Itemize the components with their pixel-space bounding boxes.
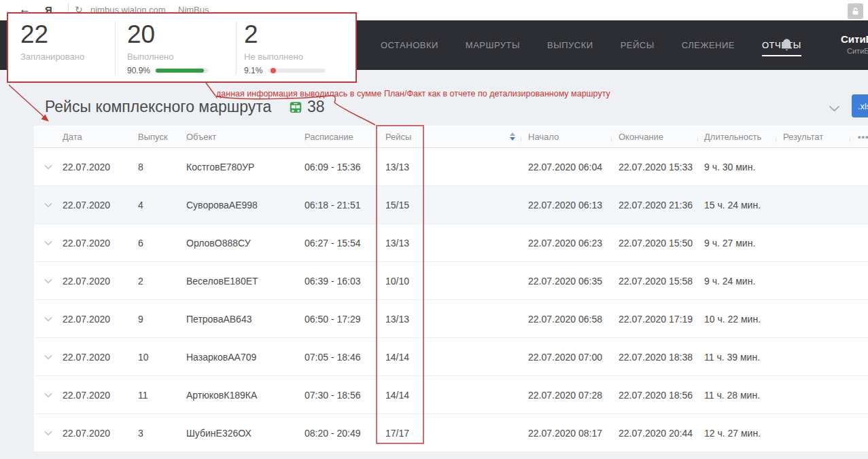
cell-start: 22.07.2020 06:04 [521,162,611,172]
row-expand-cell [34,202,63,208]
cell-schedule: 07:30 - 18:56 [305,390,377,401]
cell-duration: 11 ч. 39 мин. [697,352,776,363]
nav-item[interactable]: СЛЕЖЕНИЕ [682,40,735,50]
table-row[interactable]: 22.07.2020 10 НазарковАА709 07:05 - 18:4… [34,338,868,376]
nav-item[interactable]: ОСТАНОВКИ [381,40,438,50]
table-row[interactable]: 22.07.2020 2 ВеселовЕ180ЕТ 06:39 - 16:03… [34,262,868,300]
failed-percent: 9.1% [244,66,262,75]
nav-item[interactable]: ВЫПУСКИ [547,40,593,50]
cell-schedule: 06:27 - 15:54 [305,238,377,249]
column-header-object[interactable]: Объект [186,132,305,142]
row-expand-chevron-icon[interactable] [44,430,52,436]
nav-item[interactable]: РЕЙСЫ [621,40,655,50]
stat-failed: 2 Не выполнено 9.1% [236,14,355,81]
cell-duration: 10 ч. 22 мин. [697,314,776,325]
cell-object: ШубинЕ326ОХ [186,428,305,439]
cell-schedule: 06:39 - 16:03 [305,276,377,287]
table-row[interactable]: 22.07.2020 9 ПетроваАВ643 06:50 - 17:29 … [34,300,868,338]
cell-run: 10 [138,352,186,363]
cell-trips: 15/15 [377,200,438,210]
cell-end: 22.07.2020 15:33 [611,162,697,172]
cell-end: 22.07.2020 18:56 [611,390,697,401]
cell-schedule: 06:50 - 17:29 [305,314,377,325]
cell-trips: 14/14 [377,390,438,401]
cell-end: 22.07.2020 15:58 [611,276,697,287]
cell-end: 22.07.2020 21:36 [611,200,697,210]
cell-trips: 10/10 [377,276,438,287]
cell-end: 22.07.2020 18:38 [611,352,697,363]
column-header-run[interactable]: Выпуск [138,132,186,142]
cell-object: ВеселовЕ180ЕТ [186,276,305,287]
cell-run: 4 [138,200,186,210]
cell-date: 22.07.2020 [63,276,138,287]
app-root: ← Я ↻ nimbus.wialon.com NimBus ОСТАНОВКИ… [0,0,868,459]
bus-icon [288,100,303,118]
site-permissions-lock-icon[interactable] [848,3,863,19]
failed-value: 2 [244,19,355,50]
table-row[interactable]: 22.07.2020 8 КостговЕ780УР 06:09 - 15:36… [34,148,868,186]
row-expand-chevron-icon[interactable] [44,354,52,360]
column-header-schedule[interactable]: Расписание [305,132,377,142]
cell-trips: 17/17 [377,428,438,439]
row-expand-chevron-icon[interactable] [44,278,52,284]
cell-object: КостговЕ780УР [186,162,305,172]
done-progress-bar [156,69,209,73]
done-bar-fill [156,69,204,73]
cell-date: 22.07.2020 [63,162,138,172]
export-xls-button[interactable]: .xls [852,94,868,117]
row-expand-cell [34,316,63,322]
cell-end: 22.07.2020 15:50 [611,238,697,249]
cell-trips: 13/13 [377,238,438,249]
row-expand-chevron-icon[interactable] [44,164,52,170]
column-header-trips[interactable]: Рейсы [377,132,438,142]
table-body: 22.07.2020 8 КостговЕ780УР 06:09 - 15:36… [34,148,868,452]
row-expand-chevron-icon[interactable] [44,202,52,208]
column-menu-icon[interactable]: ••• [850,132,868,142]
cell-date: 22.07.2020 [63,238,138,249]
column-header-result[interactable]: Результат [776,132,850,142]
cell-object: НазарковАА709 [186,352,305,363]
cell-run: 6 [138,238,186,249]
cell-end: 22.07.2020 17:19 [611,314,697,325]
cell-object: АртюковК189КА [186,390,305,401]
collapse-chevron-icon[interactable] [829,103,840,115]
row-expand-chevron-icon[interactable] [44,240,52,246]
row-expand-cell [34,278,63,284]
table-row[interactable]: 22.07.2020 3 ШубинЕ326ОХ 08:20 - 20:49 1… [34,414,868,452]
annotation-note: данная информация выводилась в сумме Пла… [216,89,610,98]
column-header-start[interactable]: Начало [521,132,611,142]
cell-schedule: 08:20 - 20:49 [305,428,377,439]
cell-duration: 9 ч. 30 мин. [697,162,776,172]
cell-date: 22.07.2020 [63,390,138,401]
cell-run: 11 [138,390,186,401]
cell-duration: 12 ч. 27 мин. [697,428,776,439]
done-label: Выполнено [127,52,236,62]
user-account[interactable]: СитиБ СитиБ [841,33,868,55]
nav-item[interactable]: МАРШРУТЫ [466,40,520,50]
row-expand-chevron-icon[interactable] [44,316,52,322]
cell-duration: 11 ч. 28 мин. [697,390,776,401]
column-header-duration[interactable]: Длительность [697,132,776,142]
done-percent: 90.9% [127,66,150,75]
table-row[interactable]: 22.07.2020 11 АртюковК189КА 07:30 - 18:5… [34,376,868,414]
route-number: 38 [307,98,325,116]
cell-trips: 14/14 [377,352,438,363]
cell-schedule: 06:18 - 21:51 [305,200,377,210]
notifications-bell-icon[interactable] [780,38,793,55]
failed-bar-dot [271,68,276,73]
table-row[interactable]: 22.07.2020 6 ОрловО888СУ 06:27 - 15:54 1… [34,224,868,262]
row-expand-cell [34,164,63,170]
row-expand-cell [34,354,63,360]
table-row[interactable]: 22.07.2020 4 СувороваАЕ998 06:18 - 21:51… [34,186,868,224]
stat-done: 20 Выполнено 90.9% [115,14,236,81]
column-header-end[interactable]: Окончание [611,132,697,142]
trips-table: Дата Выпуск Объект Расписание Рейсы Нача… [34,126,868,452]
sort-icon[interactable] [510,132,515,141]
row-expand-chevron-icon[interactable] [44,392,52,398]
cell-start: 22.07.2020 07:00 [521,352,611,363]
cell-start: 22.07.2020 08:17 [521,428,611,439]
stat-planned: 22 Запланировано [8,14,115,81]
cell-date: 22.07.2020 [63,314,138,325]
column-header-date[interactable]: Дата [63,132,138,142]
cell-duration: 9 ч. 24 мин. [697,276,776,287]
